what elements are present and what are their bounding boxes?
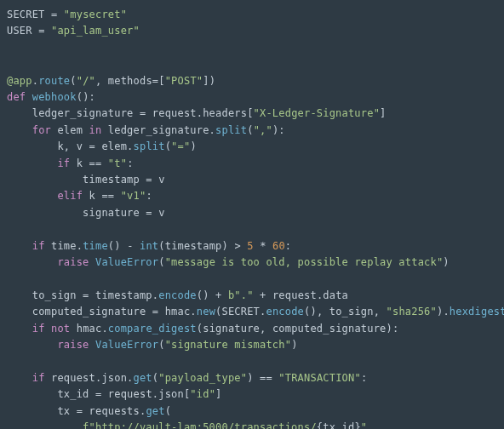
code-line: signature = v [7,207,165,219]
code-line: elif k == "v1": [7,190,152,202]
code-line: raise ValueError("message is too old, po… [7,256,450,268]
code-line: ledger_signature = request.headers["X-Le… [7,107,387,119]
code-line: raise ValueError("signature mismatch") [7,339,298,351]
code-line: SECRET = "mysecret" [7,9,127,20]
code-line: tx = requests.get( [7,405,171,417]
code-line: USER = "api_lam_user" [7,25,140,37]
code-line: timestamp = v [7,174,165,186]
code-line: if time.time() - int(timestamp) > 5 * 60… [7,240,291,252]
code-line: @app.route("/", methods=["POST"]) [7,75,215,87]
code-line: for elem in ledger_signature.split(","): [7,124,285,136]
code-line: computed_signature = hmac.new(SECRET.enc… [7,306,504,317]
code-line: k, v = elem.split("=") [7,140,197,152]
code-line: tx_id = request.json["id"] [7,388,222,400]
code-line: if request.json.get("payload_type") == "… [7,372,367,384]
code-line: to_sign = timestamp.encode() + b"." + re… [7,289,348,301]
code-line: f"http://vault-lam:5000/transactions/{tx… [7,421,374,429]
code-line: if k == "t": [7,157,134,169]
code-block: SECRET = "mysecret" USER = "api_lam_user… [7,7,504,429]
code-line: if not hmac.compare_digest(signature, co… [7,323,398,335]
code-line: def webhook(): [7,91,95,103]
